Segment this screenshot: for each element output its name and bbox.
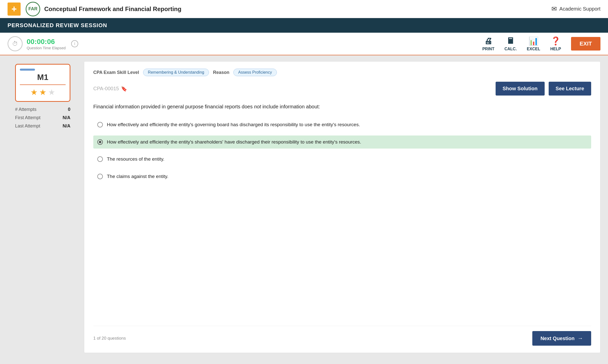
question-footer: 1 of 20 questions Next Question → [93,326,591,346]
option-d-text: The claims against the entity. [107,173,168,180]
attempts-section: # Attempts 0 First Attempt N/A Last Atte… [15,107,70,132]
timer-section: ⏱ 00:00:06 Question Time Elapsed i [8,36,78,51]
option-a[interactable]: How effectively and efficiently the enti… [93,118,591,131]
excel-icon: 📊 [529,36,539,46]
print-icon: 🖨 [484,36,492,46]
radio-a[interactable] [97,122,103,127]
option-b[interactable]: How effectively and efficiently the enti… [93,135,591,149]
info-icon[interactable]: i [71,40,78,47]
badge-top [20,69,66,71]
clock-icon: ⏱ [8,36,23,51]
star-2: ★ [39,87,47,97]
attempts-value: 0 [68,107,70,112]
attempts-label: # Attempts [15,107,36,112]
page-info: 1 of 20 questions [93,336,126,341]
options: How effectively and efficiently the enti… [93,118,591,183]
option-d[interactable]: The claims against the entity. [93,170,591,183]
first-attempt-value: N/A [63,115,70,120]
academic-support-label: Academic Support [559,6,600,12]
last-attempt-label: Last Attempt [15,123,40,129]
toolbar-actions: 🖨 PRINT 🖩 CALC. 📊 EXCEL ❓ HELP EXIT [482,36,600,51]
next-question-button[interactable]: Next Question → [532,331,591,346]
question-id-text: CPA-00015 [93,86,119,92]
toolbar: ⏱ 00:00:06 Question Time Elapsed i 🖨 PRI… [0,33,608,55]
reason-label: Reason [213,70,229,75]
first-attempt-label: First Attempt [15,115,40,120]
question-header: CPA-00015 🔖 Show Solution See Lecture [93,82,591,96]
timer-label: Question Time Elapsed [27,46,66,50]
last-attempt-value: N/A [63,123,70,129]
print-label: PRINT [482,47,494,51]
next-question-label: Next Question [540,336,575,341]
top-header: + FAR Conceptual Framework and Financial… [0,0,608,18]
badge-label: M1 [37,73,48,82]
option-a-text: How effectively and efficiently the enti… [107,121,360,128]
far-badge: FAR [26,2,40,16]
bookmark-icon[interactable]: 🔖 [121,86,127,92]
sidebar: M1 ★ ★ ★ # Attempts 0 First Attempt N/A … [8,61,78,353]
question-panel: CPA Exam Skill Level Remembering & Under… [84,61,600,353]
timer-value: 00:00:06 [27,38,66,46]
reason-badge: Assess Proficiency [233,69,277,76]
option-c[interactable]: The resources of the entity. [93,153,591,166]
skill-level-label: CPA Exam Skill Level [93,70,139,75]
help-label: HELP [550,47,561,51]
next-arrow-icon: → [578,335,583,342]
skill-row: CPA Exam Skill Level Remembering & Under… [93,69,591,76]
option-c-text: The resources of the entity. [107,156,164,163]
radio-d[interactable] [97,174,103,179]
skill-level-badge: Remembering & Understanding [143,69,209,76]
calc-icon: 🖩 [507,36,515,46]
main-content: M1 ★ ★ ★ # Attempts 0 First Attempt N/A … [0,55,608,359]
help-button[interactable]: ❓ HELP [550,36,561,51]
session-banner: PERSONALIZED REVIEW SESSION [0,18,608,33]
excel-button[interactable]: 📊 EXCEL [527,36,540,51]
option-b-text: How effectively and efficiently the enti… [107,139,361,146]
header-title: Conceptual Framework and Financial Repor… [44,6,551,13]
print-button[interactable]: 🖨 PRINT [482,36,494,51]
calc-label: CALC. [504,47,517,51]
help-icon: ❓ [551,36,561,46]
badge-bar [20,69,35,71]
question-actions: Show Solution See Lecture [496,82,591,96]
mail-icon: ✉ [551,5,557,13]
star-1: ★ [30,87,38,97]
stars: ★ ★ ★ [30,87,55,97]
radio-c[interactable] [97,156,103,162]
last-attempt-row: Last Attempt N/A [15,123,70,129]
badge-divider [20,84,66,85]
question-id: CPA-00015 🔖 [93,86,127,92]
calc-button[interactable]: 🖩 CALC. [504,36,517,51]
radio-b[interactable] [97,139,103,145]
badge-container: M1 ★ ★ ★ [15,64,70,102]
question-text: Financial information provided in genera… [93,103,591,111]
academic-support-link[interactable]: ✉ Academic Support [551,5,600,13]
timer-info: 00:00:06 Question Time Elapsed [27,38,66,50]
attempts-row: # Attempts 0 [15,107,70,112]
plus-icon: + [8,3,21,16]
show-solution-button[interactable]: Show Solution [496,82,545,96]
first-attempt-row: First Attempt N/A [15,115,70,120]
see-lecture-button[interactable]: See Lecture [549,82,591,96]
star-3: ★ [48,87,55,97]
exit-button[interactable]: EXIT [571,37,600,51]
excel-label: EXCEL [527,47,540,51]
